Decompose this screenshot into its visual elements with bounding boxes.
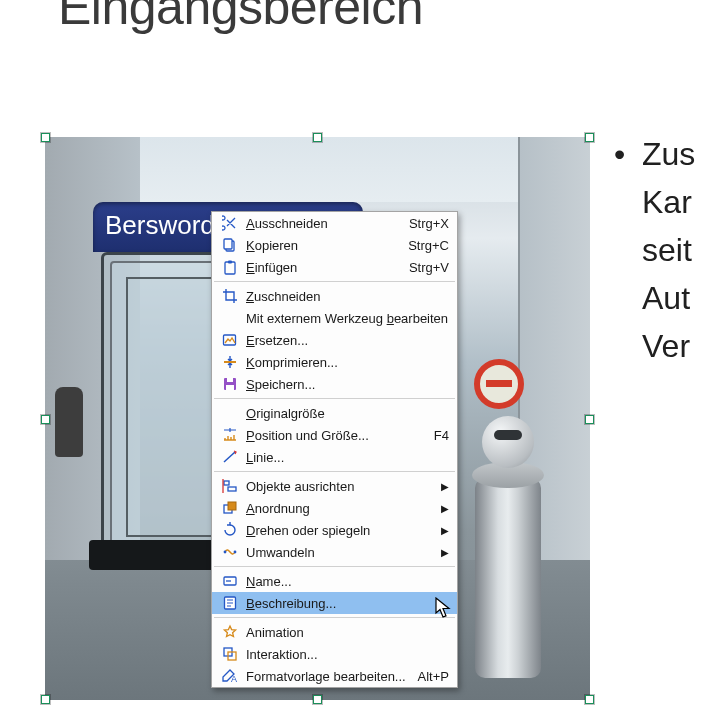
menu-item-orig-size[interactable]: Originalgröße <box>212 402 457 424</box>
resize-handle[interactable] <box>41 695 50 704</box>
menu-item-label: Umwandeln <box>242 545 439 560</box>
menu-item-save[interactable]: Speichern... <box>212 373 457 395</box>
menu-item-shortcut: Strg+X <box>401 216 449 231</box>
menu-item-animation[interactable]: Animation <box>212 621 457 643</box>
menu-item-align[interactable]: Objekte ausrichten▶ <box>212 475 457 497</box>
submenu-arrow-icon: ▶ <box>439 503 449 514</box>
align-icon <box>218 478 242 494</box>
arrange-icon <box>218 500 242 516</box>
resize-handle[interactable] <box>585 415 594 424</box>
menu-item-copy[interactable]: KopierenStrg+C <box>212 234 457 256</box>
menu-item-replace[interactable]: Ersetzen... <box>212 329 457 351</box>
menu-item-label: Objekte ausrichten <box>242 479 439 494</box>
menu-item-edit-style[interactable]: Formatvorlage bearbeiten...Alt+P <box>212 665 457 687</box>
scissors-icon <box>218 215 242 231</box>
star-icon <box>218 624 242 640</box>
page-title: Eingangsbereich <box>58 0 423 36</box>
menu-item-interaction[interactable]: Interaktion... <box>212 643 457 665</box>
menu-item-label: Komprimieren... <box>242 355 449 370</box>
menu-item-convert[interactable]: Umwandeln▶ <box>212 541 457 563</box>
menu-item-label: Speichern... <box>242 377 449 392</box>
menu-item-label: Ersetzen... <box>242 333 449 348</box>
menu-item-label: Drehen oder spiegeln <box>242 523 439 538</box>
possize-icon <box>218 427 242 443</box>
interact-icon <box>218 646 242 662</box>
menu-item-label: Position und Größe... <box>242 428 426 443</box>
convert-icon <box>218 544 242 560</box>
menu-item-compress[interactable]: Komprimieren... <box>212 351 457 373</box>
menu-item-possize[interactable]: Position und Größe...F4 <box>212 424 457 446</box>
nametag-icon <box>218 573 242 589</box>
resize-handle[interactable] <box>41 415 50 424</box>
menu-item-shortcut: Strg+C <box>400 238 449 253</box>
menu-item-name[interactable]: Name... <box>212 570 457 592</box>
desc-icon <box>218 595 242 611</box>
crop-icon <box>218 288 242 304</box>
menu-separator <box>214 566 455 567</box>
menu-item-line[interactable]: Linie... <box>212 446 457 468</box>
menu-item-arrange[interactable]: Anordnung▶ <box>212 497 457 519</box>
submenu-arrow-icon: ▶ <box>439 547 449 558</box>
menu-separator <box>214 617 455 618</box>
submenu-arrow-icon: ▶ <box>439 481 449 492</box>
context-menu: AusschneidenStrg+XKopierenStrg+CEinfügen… <box>211 211 458 688</box>
paste-icon <box>218 259 242 275</box>
resize-handle[interactable] <box>313 133 322 142</box>
save-icon <box>218 376 242 392</box>
menu-item-crop[interactable]: Zuschneiden <box>212 285 457 307</box>
menu-item-label: Einfügen <box>242 260 401 275</box>
menu-item-label: Ausschneiden <box>242 216 401 231</box>
menu-separator <box>214 471 455 472</box>
no-entry-sign-icon <box>474 359 524 409</box>
menu-item-label: Interaktion... <box>242 647 449 662</box>
menu-item-label: Kopieren <box>242 238 400 253</box>
menu-item-label: Originalgröße <box>242 406 449 421</box>
menu-item-shortcut: F4 <box>426 428 449 443</box>
menu-item-label: Anordnung <box>242 501 439 516</box>
styleedit-icon <box>218 668 242 684</box>
resize-handle[interactable] <box>313 695 322 704</box>
menu-item-rotate[interactable]: Drehen oder spiegeln▶ <box>212 519 457 541</box>
menu-item-label: Linie... <box>242 450 449 465</box>
menu-item-label: Name... <box>242 574 449 589</box>
menu-separator <box>214 281 455 282</box>
bullet-text: ZusKarseitAutVer <box>614 130 712 370</box>
menu-item-ext-edit[interactable]: Mit externem Werkzeug bearbeiten <box>212 307 457 329</box>
menu-item-label: Formatvorlage bearbeiten... <box>242 669 410 684</box>
replace-icon <box>218 332 242 348</box>
menu-item-shortcut: Alt+P <box>410 669 449 684</box>
rotate-icon <box>218 522 242 538</box>
resize-handle[interactable] <box>585 695 594 704</box>
menu-separator <box>214 398 455 399</box>
compress-icon <box>218 354 242 370</box>
resize-handle[interactable] <box>41 133 50 142</box>
menu-item-label: Animation <box>242 625 449 640</box>
menu-item-cut[interactable]: AusschneidenStrg+X <box>212 212 457 234</box>
copy-icon <box>218 237 242 253</box>
submenu-arrow-icon: ▶ <box>439 525 449 536</box>
resize-handle[interactable] <box>585 133 594 142</box>
menu-item-shortcut: Strg+V <box>401 260 449 275</box>
menu-item-description[interactable]: Beschreibung... <box>212 592 457 614</box>
menu-item-label: Zuschneiden <box>242 289 449 304</box>
menu-item-label: Beschreibung... <box>242 596 449 611</box>
menu-item-paste[interactable]: EinfügenStrg+V <box>212 256 457 278</box>
line-icon <box>218 449 242 465</box>
menu-item-label: Mit externem Werkzeug bearbeiten <box>242 311 449 326</box>
